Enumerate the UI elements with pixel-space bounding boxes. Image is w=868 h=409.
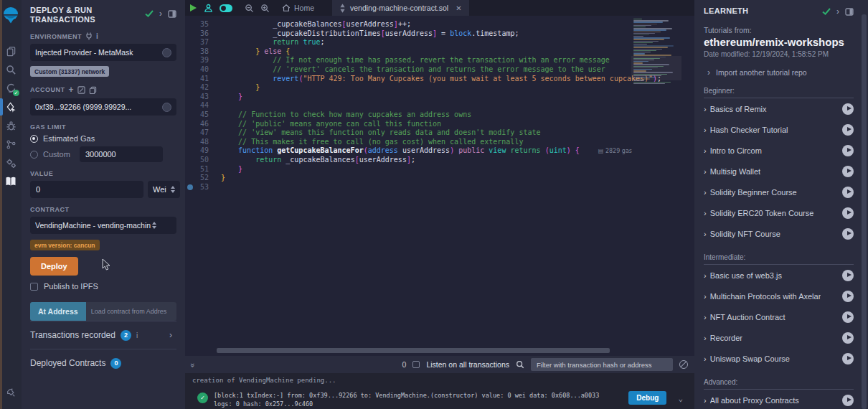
play-tutorial-button[interactable]: [842, 207, 854, 219]
pin-panel-icon[interactable]: [845, 8, 854, 16]
chevron-right-icon[interactable]: ›: [169, 330, 172, 340]
play-tutorial-button[interactable]: [842, 311, 854, 323]
estimated-gas-radio[interactable]: [30, 135, 38, 143]
value-unit-select[interactable]: Wei: [148, 181, 180, 198]
line-number[interactable]: 43: [185, 93, 221, 102]
minimap-viewport[interactable]: [631, 56, 681, 80]
copy-icon[interactable]: [89, 86, 97, 94]
remix-logo[interactable]: [0, 1, 22, 30]
contract-select[interactable]: VendingMachine - vending-machin: [30, 217, 176, 234]
tutorial-item[interactable]: ›Basics of Remix: [704, 98, 854, 119]
publish-ipfs-checkbox[interactable]: [30, 283, 38, 291]
learneth-icon[interactable]: [0, 172, 22, 191]
breakpoint-dot[interactable]: [187, 184, 193, 190]
play-tutorial-button[interactable]: [842, 228, 854, 240]
tutorial-item[interactable]: ›Intro to Circom: [704, 140, 854, 161]
sign-message-icon[interactable]: [77, 86, 85, 94]
import-repo-link[interactable]: › Import another tutorial repo: [704, 67, 854, 77]
line-number[interactable]: 39: [185, 56, 221, 65]
line-number[interactable]: 47: [185, 128, 221, 138]
play-tutorial-button[interactable]: [842, 332, 854, 344]
deploy-run-icon[interactable]: [0, 98, 22, 116]
tutorial-item[interactable]: ›Multisig Wallet: [704, 161, 854, 182]
line-number[interactable]: 35: [185, 20, 221, 29]
play-tutorial-button[interactable]: [842, 166, 854, 177]
listen-all-checkbox[interactable]: [412, 361, 420, 368]
at-address-input[interactable]: [86, 302, 176, 321]
tutorial-item[interactable]: ›Hash Checker Tutorial: [704, 119, 854, 140]
tutorial-item[interactable]: ›Solidity Beginner Course: [704, 182, 854, 202]
zoom-out-icon[interactable]: [245, 4, 254, 13]
line-number[interactable]: 38: [185, 47, 221, 57]
chevron-right-icon[interactable]: ›: [836, 6, 839, 17]
minimap[interactable]: [633, 19, 679, 85]
zoom-in-icon[interactable]: [260, 4, 270, 13]
tutorial-item[interactable]: ›Recorder: [704, 327, 854, 348]
play-tutorial-button[interactable]: [842, 124, 854, 136]
custom-gas-radio[interactable]: [30, 151, 38, 159]
pin-panel-icon[interactable]: [168, 10, 176, 18]
tutorial-item[interactable]: ›Solidity NFT Course: [704, 223, 854, 244]
play-tutorial-button[interactable]: [842, 291, 854, 302]
solidity-compiler-icon[interactable]: ✓: [0, 79, 22, 98]
expand-terminal-icon[interactable]: »: [189, 363, 197, 366]
run-script-icon[interactable]: [189, 4, 197, 12]
transactions-recorded-row[interactable]: Transactions recorded 2 i ›: [30, 321, 176, 349]
line-number[interactable]: 37: [185, 38, 221, 47]
clear-console-icon[interactable]: [679, 360, 688, 369]
deploy-button[interactable]: Deploy: [30, 257, 78, 276]
tab-vending-machine-contract[interactable]: vending-machine-contract.sol ✕: [332, 0, 469, 16]
info-icon[interactable]: i: [96, 32, 98, 40]
line-number[interactable]: 42: [185, 83, 221, 93]
tutorial-item[interactable]: ›Uniswap Swap Course: [704, 348, 854, 369]
at-address-button[interactable]: At Address: [30, 302, 86, 321]
expand-log-icon[interactable]: ⌄: [678, 394, 683, 403]
play-tutorial-button[interactable]: [842, 395, 854, 406]
line-number[interactable]: 48: [185, 138, 221, 147]
line-number[interactable]: 49: [185, 146, 221, 156]
ai-copilot-toggle[interactable]: [220, 4, 232, 12]
git-branch-icon[interactable]: [0, 135, 22, 154]
value-input[interactable]: [30, 181, 143, 198]
play-tutorial-button[interactable]: [842, 270, 854, 281]
line-number[interactable]: 51: [185, 165, 221, 174]
line-number[interactable]: 53: [185, 183, 221, 192]
add-account-icon[interactable]: +: [69, 85, 75, 95]
chevron-right-icon[interactable]: ›: [159, 9, 162, 19]
search-icon[interactable]: [0, 60, 22, 79]
tutorial-item[interactable]: ›All about Proxy Contracts: [704, 390, 854, 409]
line-number[interactable]: 41: [185, 75, 221, 84]
home-tab[interactable]: Home: [282, 4, 314, 12]
deployed-contracts-row[interactable]: Deployed Contracts 0: [30, 349, 176, 377]
line-number[interactable]: 40: [185, 65, 221, 75]
transaction-log-row[interactable]: ✓ [block:1 txIndex:-] from: 0xf39...9226…: [192, 391, 687, 408]
line-number[interactable]: 44: [185, 101, 221, 111]
custom-gas-input[interactable]: [80, 146, 163, 162]
plugin-manager-icon[interactable]: [0, 154, 22, 172]
remix-ai-icon[interactable]: [204, 4, 213, 13]
line-number[interactable]: 36: [185, 29, 221, 39]
terminal-filter-input[interactable]: [531, 358, 673, 371]
horizontal-scrollbar[interactable]: [217, 348, 610, 353]
play-tutorial-button[interactable]: [842, 353, 854, 365]
debugger-icon[interactable]: [0, 116, 22, 135]
file-explorer-icon[interactable]: [0, 42, 22, 60]
settings-icon[interactable]: [0, 383, 22, 402]
close-tab-icon[interactable]: ✕: [456, 4, 461, 12]
line-number[interactable]: 52: [185, 174, 221, 183]
play-tutorial-button[interactable]: [842, 187, 854, 198]
code-editor[interactable]: 35 _cupcakeBalances[userAddress]++;36 _c…: [185, 16, 694, 356]
info-icon[interactable]: i: [136, 332, 138, 339]
tutorial-item[interactable]: ›Basic use of web3.js: [704, 265, 854, 286]
line-number[interactable]: 46: [185, 120, 221, 129]
play-tutorial-button[interactable]: [842, 145, 854, 156]
learneth-scrollbar[interactable]: [862, 14, 867, 409]
tutorial-item[interactable]: ›Solidity ERC20 Token Course: [704, 202, 854, 223]
tutorial-item[interactable]: ›Multichain Protocols with Axelar: [704, 286, 854, 306]
environment-select[interactable]: Injected Provider - MetaMask: [30, 44, 176, 61]
line-number[interactable]: 45: [185, 111, 221, 120]
play-tutorial-button[interactable]: [842, 103, 854, 115]
account-select[interactable]: 0xf39...92266 (9999.99929...: [30, 98, 176, 116]
tutorial-item[interactable]: ›NFT Auction Contract: [704, 306, 854, 327]
debug-button[interactable]: Debug: [628, 391, 666, 405]
